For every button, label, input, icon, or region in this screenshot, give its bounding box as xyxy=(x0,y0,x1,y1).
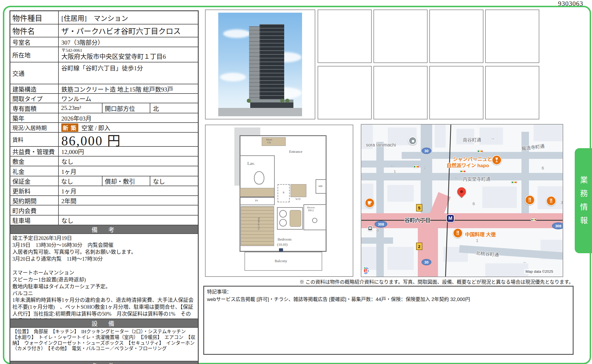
row-label: 専有面積 xyxy=(10,103,59,113)
photo-placeholder xyxy=(373,9,428,63)
address-cell: 〒542-0061 大阪府大阪市中央区安堂寺町１丁目6 xyxy=(59,47,198,62)
refrigerator-label: R xyxy=(283,191,284,194)
table-row: 契約期間 2年間 xyxy=(10,195,198,205)
building-photo xyxy=(205,9,315,119)
photo-placeholder xyxy=(373,66,428,119)
poi-label-sora-tanimachi: sora tanimachi xyxy=(366,142,396,148)
row-label: 契約期間 xyxy=(10,196,59,205)
shower-drain-shape xyxy=(312,218,317,223)
row-value: 12,000円 xyxy=(59,147,198,156)
direction-arrow-icon: ← xyxy=(454,175,459,180)
street-label: 内安堂寺町通 xyxy=(463,175,490,182)
osaka-metro-icon: M xyxy=(446,214,454,222)
map-building xyxy=(534,125,563,141)
route-shield-308: 308 xyxy=(552,222,563,229)
conditions-header: 条 件 xyxy=(10,361,198,364)
address-value: 大阪府大阪市中央区安堂寺町１丁目6 xyxy=(61,53,166,60)
shoes-closet: Shoes Cls xyxy=(262,137,286,146)
route-shield-30: 30 xyxy=(422,259,431,265)
photo-placeholder xyxy=(485,9,539,63)
block-number: 9 xyxy=(376,228,379,233)
table-row: 物件種目 [住居用] マンション xyxy=(10,11,198,24)
table-row: 更新料 1ヶ月 xyxy=(10,186,198,195)
postal-code: 〒542-0061 xyxy=(61,48,82,53)
row-label: 現況/入居時期 xyxy=(10,123,59,132)
kitchen-sink xyxy=(290,210,301,227)
row-label: 礼金 xyxy=(10,166,59,176)
row-value: 2026年03月 xyxy=(59,113,198,122)
pipe-space-label: PS xyxy=(255,199,258,202)
cloud-shape xyxy=(220,73,246,81)
remarks-text: 竣工予定日2026年3月19日 3月19日 13時30分～16時30分 内覧会開… xyxy=(10,233,198,319)
area-value: 25.23m² xyxy=(59,103,103,113)
table-row: 保証金 なし 償却・敷引 なし xyxy=(10,176,198,186)
table-row: 敷金 なし xyxy=(10,156,198,166)
table-row: 礼金 1ヶ月 xyxy=(10,166,198,176)
row-value: 1ヶ月 xyxy=(59,186,198,195)
special-notes-box: 特記事項： webサービス広告掲載 [許可]・チラシ、雑誌等掲載広告 [要確認]… xyxy=(203,286,574,355)
block-number: 3 xyxy=(561,200,563,205)
tree-shape xyxy=(285,99,289,103)
row-label: 所在地 xyxy=(10,47,59,62)
entrance-label: Entrance xyxy=(289,150,302,154)
restaurant-icon xyxy=(546,196,556,206)
stove-burner xyxy=(279,219,287,226)
row-value: 1ヶ月 xyxy=(59,166,198,176)
building-tower-side xyxy=(249,26,259,103)
table-row: 号室名 307（3階部分） xyxy=(10,37,198,47)
row-value: 谷町線「谷町六丁目」徒歩1分 xyxy=(59,62,198,84)
row-label: 築年 xyxy=(10,113,59,122)
side-tab-business-info[interactable]: 業務情報 xyxy=(575,148,592,253)
bedroom-size-label: (10.0J) xyxy=(277,243,287,247)
equipment-header: 設 備 xyxy=(10,319,198,327)
map-building xyxy=(387,247,414,270)
washer-dryer-label: W/D xyxy=(295,198,301,201)
direction-value: 北 xyxy=(150,103,198,113)
block-number: 6 xyxy=(473,201,475,206)
property-table: 物件種目 [住居用] マンション 物件名 ザ・パークハビオ谷町六丁目クロス 号室… xyxy=(10,10,199,364)
table-row: 交通 谷町線「谷町六丁目」徒歩1分 xyxy=(10,62,198,84)
table-row: 駐車場 なし xyxy=(10,215,198,225)
map-road xyxy=(421,125,432,214)
row-label: 交通 xyxy=(10,62,59,84)
bus-stop-icon xyxy=(368,226,373,231)
map-canvas[interactable]: sora tanimachi 30 南谷町通 → 龍造寺町通 4 1 6 シャン… xyxy=(361,124,563,277)
direction-arrow-icon: ← xyxy=(390,163,395,168)
property-sheet: 9303063 物件種目 [住居用] マンション 物件名 ザ・パークハビオ谷町六… xyxy=(0,0,592,364)
photo-placeholder xyxy=(318,66,372,119)
restaurant-icon xyxy=(525,195,535,205)
property-name-value: ザ・パークハビオ谷町六丁目クロス xyxy=(59,24,198,37)
table-row: 賃料 86,000 円 xyxy=(10,132,198,146)
row-label: 賃料 xyxy=(10,133,59,146)
street-label: 南谷町通 xyxy=(463,136,481,143)
vanity-counter xyxy=(240,188,274,197)
row-label: 更新料 xyxy=(10,186,59,195)
toilet-shape xyxy=(254,171,264,184)
rent-value: 86,000 円 xyxy=(59,133,198,146)
window-marker xyxy=(279,248,283,252)
meter-box-label: MB xyxy=(318,185,322,188)
shoes-closet-label: Shoes Cls xyxy=(266,138,272,144)
walk-in-closet: Walk-in Cls xyxy=(241,206,274,246)
station-exit-2: 2 xyxy=(416,243,422,250)
row-value: 307（3階部分） xyxy=(59,37,198,47)
row-value: なし xyxy=(59,157,198,166)
traffic-light-icon xyxy=(531,218,536,221)
row-label: 敷金 xyxy=(10,157,59,166)
photo-placeholder xyxy=(429,9,483,63)
balcony-label: Balcony xyxy=(275,259,287,263)
photo-placeholder xyxy=(429,66,483,119)
block-number: 1 xyxy=(476,238,478,243)
document-number: 9303063 xyxy=(558,0,583,7)
disclaimer-text: ※ この資料は物件の概略紹介資料になります。写真、間取図面、設備、概要などが現況… xyxy=(203,278,574,285)
poi-pin-icon xyxy=(408,136,417,145)
map-building xyxy=(482,186,517,208)
restaurant-icon xyxy=(453,228,463,238)
guarantee-value: なし xyxy=(59,176,103,186)
route-shield-30: 30 xyxy=(422,148,431,154)
ground xyxy=(218,108,302,116)
direction-arrow-icon: ← xyxy=(523,259,527,264)
traffic-light-icon xyxy=(477,150,483,153)
row-label: 償却・敷引 xyxy=(103,176,150,186)
bedroom-label: Bedroom xyxy=(278,237,291,241)
